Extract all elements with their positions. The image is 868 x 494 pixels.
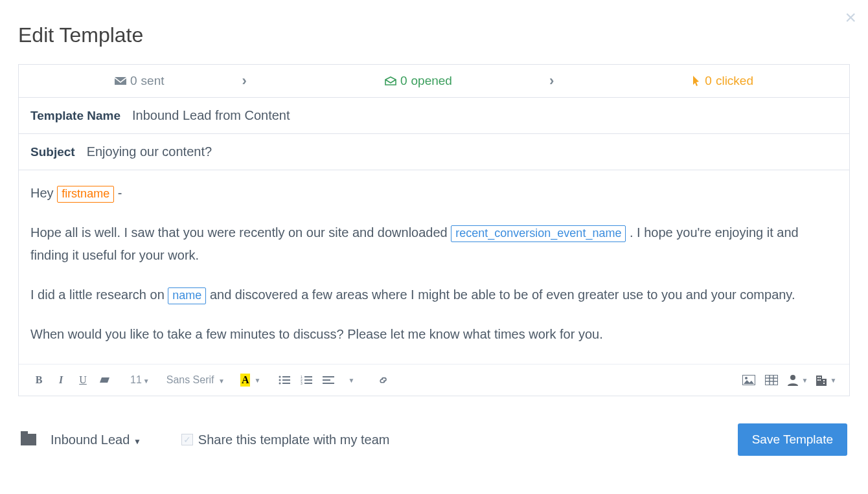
svg-rect-23 — [816, 376, 822, 386]
svg-rect-5 — [282, 383, 290, 384]
body-paragraph: Hope all is well. I saw that you were re… — [30, 221, 838, 267]
person-token-button[interactable]: ▼ — [784, 371, 810, 389]
clear-format-button[interactable] — [95, 371, 115, 389]
svg-point-4 — [279, 383, 281, 385]
checkbox-icon[interactable]: ✓ — [181, 434, 193, 445]
image-button[interactable] — [739, 371, 759, 389]
link-button[interactable] — [374, 371, 394, 389]
stat-clicked-count: 0 — [705, 74, 712, 88]
stat-opened-count: 0 — [400, 74, 407, 88]
svg-text:3: 3 — [301, 381, 303, 385]
stat-opened-label: opened — [411, 74, 452, 88]
svg-rect-1 — [282, 376, 290, 377]
stat-opened: 0 opened — [385, 74, 452, 88]
token-recent-conversion[interactable]: recent_conversion_event_name — [451, 225, 626, 242]
bold-button[interactable]: B — [29, 371, 49, 389]
folder-select[interactable]: Inbound Lead ▼ — [51, 432, 141, 447]
table-button[interactable] — [761, 371, 782, 389]
svg-rect-27 — [817, 379, 819, 381]
svg-rect-3 — [282, 379, 290, 381]
editor-body[interactable]: Hey firstname - Hope all is well. I saw … — [19, 170, 849, 364]
dialog-title: Edit Template — [18, 23, 850, 47]
editor-panel: 0 sent › 0 opened › 0 clicked Template N… — [18, 64, 850, 396]
save-template-button[interactable]: Save Template — [738, 423, 847, 456]
body-paragraph: I did a little research on name and disc… — [30, 284, 838, 306]
template-name-row: Template Name Inbound Lead from Content — [19, 98, 849, 134]
svg-rect-26 — [819, 377, 821, 378]
underline-button[interactable]: U — [73, 371, 93, 389]
subject-input[interactable]: Enjoying our content? — [87, 144, 838, 159]
font-size-select[interactable]: 11▼ — [129, 374, 151, 386]
template-name-input[interactable]: Inbound Lead from Content — [132, 108, 838, 123]
svg-rect-12 — [323, 376, 334, 377]
body-paragraph: When would you like to take a few minute… — [30, 323, 838, 346]
svg-rect-29 — [823, 380, 825, 381]
dialog-footer: Inbound Lead ▼ ✓ Share this template wit… — [18, 423, 850, 456]
numbered-list-button[interactable]: 123 — [297, 371, 316, 389]
token-firstname[interactable]: firstname — [57, 186, 114, 203]
svg-rect-30 — [823, 383, 825, 384]
cursor-icon — [692, 76, 701, 86]
svg-rect-28 — [819, 379, 821, 381]
share-label: Share this template with my team — [198, 432, 390, 447]
italic-button[interactable]: I — [51, 371, 71, 389]
svg-rect-13 — [323, 379, 330, 381]
share-toggle[interactable]: ✓ Share this template with my team — [181, 432, 390, 447]
svg-rect-7 — [304, 376, 312, 377]
svg-rect-24 — [822, 379, 827, 386]
svg-point-16 — [745, 377, 748, 379]
svg-rect-14 — [323, 383, 334, 384]
open-envelope-icon — [385, 76, 396, 85]
more-format-button[interactable]: ▼ — [341, 371, 360, 389]
body-paragraph: Hey firstname - — [30, 182, 838, 205]
font-family-select[interactable]: Sans Serif ▼ — [165, 374, 226, 386]
stat-clicked-label: clicked — [716, 74, 753, 88]
stat-sent: 0 sent — [115, 74, 165, 88]
align-button[interactable] — [319, 371, 338, 389]
svg-point-2 — [279, 379, 281, 381]
svg-point-22 — [790, 375, 795, 380]
svg-rect-11 — [304, 383, 312, 384]
template-name-label: Template Name — [30, 109, 120, 123]
svg-rect-9 — [304, 379, 312, 381]
svg-point-0 — [279, 376, 281, 378]
svg-rect-25 — [817, 377, 819, 378]
envelope-icon — [115, 77, 126, 85]
stat-sent-label: sent — [141, 74, 165, 88]
bullet-list-button[interactable] — [275, 371, 294, 389]
token-name[interactable]: name — [168, 287, 206, 304]
subject-row: Subject Enjoying our content? — [19, 134, 849, 170]
chevron-right-icon: › — [549, 73, 554, 89]
chevron-right-icon: › — [242, 73, 247, 89]
font-color-button[interactable]: A ▼ — [240, 374, 260, 387]
subject-label: Subject — [30, 145, 75, 159]
stats-row: 0 sent › 0 opened › 0 clicked — [19, 65, 849, 98]
company-token-button[interactable]: ▼ — [813, 371, 839, 389]
editor-toolbar: B I U 11▼ Sans Serif ▼ A ▼ 123 ▼ — [19, 364, 849, 396]
close-icon[interactable]: × — [845, 6, 856, 28]
stat-sent-count: 0 — [130, 74, 137, 88]
stat-clicked: 0 clicked — [692, 74, 753, 88]
folder-icon — [21, 434, 36, 445]
svg-rect-17 — [765, 375, 778, 385]
